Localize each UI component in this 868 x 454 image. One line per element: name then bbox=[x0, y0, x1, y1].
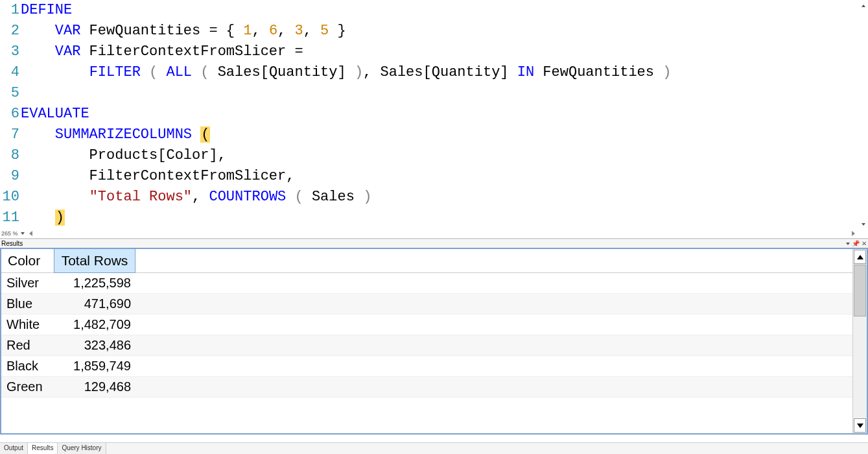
panel-menu-icon[interactable] bbox=[846, 243, 850, 245]
pin-icon[interactable]: 📌 bbox=[852, 240, 860, 247]
line-number: 9 bbox=[0, 166, 19, 187]
line-number: 11 bbox=[0, 208, 19, 228]
code-line[interactable]: VAR FilterContextFromSlicer = bbox=[21, 42, 868, 62]
bottom-tabs: Output Results Query History bbox=[0, 442, 868, 454]
scroll-left-icon[interactable] bbox=[26, 229, 35, 238]
cell-color: Silver bbox=[1, 273, 54, 293]
line-number: 6 bbox=[0, 104, 19, 125]
line-number: 10 bbox=[0, 187, 19, 208]
cell-total: 1,482,709 bbox=[54, 315, 136, 335]
cell-color: White bbox=[1, 315, 54, 335]
grid-body: Silver1,225,598Blue471,690White1,482,709… bbox=[1, 273, 852, 398]
results-pane: ColorTotal Rows Silver1,225,598Blue471,6… bbox=[0, 248, 868, 435]
cell-total: 1,225,598 bbox=[54, 273, 136, 293]
scroll-down-button[interactable] bbox=[854, 418, 866, 433]
scroll-right-icon[interactable] bbox=[849, 229, 858, 238]
chevron-down-icon[interactable] bbox=[21, 232, 25, 235]
code-line[interactable]: ) bbox=[21, 208, 868, 228]
cell-total: 323,486 bbox=[54, 335, 136, 355]
code-line[interactable]: FilterContextFromSlicer, bbox=[21, 166, 868, 187]
results-panel-header: Results 📌 ✕ bbox=[0, 239, 868, 248]
results-panel-title: Results bbox=[1, 240, 23, 247]
editor-horizontal-scrollbar[interactable] bbox=[26, 229, 858, 238]
results-vertical-scrollbar[interactable] bbox=[852, 249, 867, 433]
zoom-indicator[interactable]: 265 % bbox=[0, 229, 25, 238]
cell-color: Green bbox=[1, 377, 54, 397]
code-line[interactable]: "Total Rows", COUNTROWS ( Sales ) bbox=[21, 187, 868, 208]
line-number: 5 bbox=[0, 83, 19, 104]
line-number: 2 bbox=[0, 21, 19, 42]
tab-query-history[interactable]: Query History bbox=[58, 443, 106, 454]
code-editor-pane: 1234567891011 DEFINE VAR FewQuantities =… bbox=[0, 0, 868, 239]
zoom-level: 265 % bbox=[1, 230, 18, 237]
close-icon[interactable]: ✕ bbox=[862, 240, 867, 247]
line-number: 3 bbox=[0, 42, 19, 62]
table-row[interactable]: White1,482,709 bbox=[1, 315, 852, 335]
code-line[interactable] bbox=[21, 83, 868, 104]
table-row[interactable]: Black1,859,749 bbox=[1, 356, 852, 377]
scrollbar-thumb[interactable] bbox=[854, 265, 866, 317]
grid-header-row: ColorTotal Rows bbox=[1, 249, 852, 273]
line-number: 4 bbox=[0, 62, 19, 83]
tab-output[interactable]: Output bbox=[0, 443, 28, 454]
table-row[interactable]: Silver1,225,598 bbox=[1, 273, 852, 294]
table-row[interactable]: Blue471,690 bbox=[1, 294, 852, 315]
code-line[interactable]: FILTER ( ALL ( Sales[Quantity] ), Sales[… bbox=[21, 62, 868, 83]
line-number: 1 bbox=[0, 0, 19, 21]
scroll-up-icon[interactable] bbox=[859, 1, 868, 10]
line-number: 7 bbox=[0, 125, 19, 145]
column-header[interactable]: Total Rows bbox=[54, 249, 135, 273]
editor-vertical-scrollbar[interactable] bbox=[859, 1, 868, 229]
cell-total: 129,468 bbox=[54, 377, 136, 397]
tab-results[interactable]: Results bbox=[28, 443, 58, 454]
table-row[interactable]: Green129,468 bbox=[1, 377, 852, 398]
code-line[interactable]: SUMMARIZECOLUMNS ( bbox=[21, 125, 868, 145]
code-container[interactable]: 1234567891011 DEFINE VAR FewQuantities =… bbox=[0, 0, 868, 228]
code-line[interactable]: VAR FewQuantities = { 1, 6, 3, 5 } bbox=[21, 21, 868, 42]
scrollbar-track[interactable] bbox=[853, 265, 867, 418]
line-number: 8 bbox=[0, 145, 19, 166]
results-grid[interactable]: ColorTotal Rows Silver1,225,598Blue471,6… bbox=[1, 249, 852, 433]
cell-total: 1,859,749 bbox=[54, 356, 136, 376]
cell-color: Blue bbox=[1, 294, 54, 314]
line-number-gutter: 1234567891011 bbox=[0, 0, 21, 228]
code-line[interactable]: DEFINE bbox=[21, 0, 868, 21]
column-header[interactable]: Color bbox=[1, 249, 54, 272]
cell-color: Red bbox=[1, 335, 54, 355]
code-line[interactable]: Products[Color], bbox=[21, 145, 868, 166]
code-line[interactable]: EVALUATE bbox=[21, 104, 868, 125]
cell-total: 471,690 bbox=[54, 294, 136, 314]
cell-color: Black bbox=[1, 356, 54, 376]
scroll-up-button[interactable] bbox=[854, 250, 866, 264]
scroll-down-icon[interactable] bbox=[859, 220, 868, 229]
table-row[interactable]: Red323,486 bbox=[1, 335, 852, 356]
code-area[interactable]: DEFINE VAR FewQuantities = { 1, 6, 3, 5 … bbox=[21, 0, 868, 228]
